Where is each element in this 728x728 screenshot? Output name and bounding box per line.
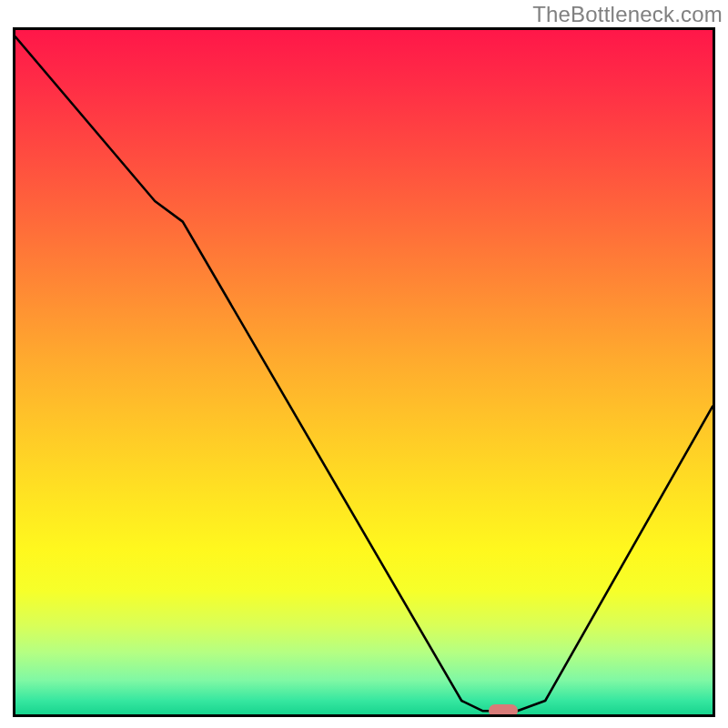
watermark-text: TheBottleneck.com (532, 2, 723, 27)
plot-frame (13, 27, 715, 717)
chart-container: TheBottleneck.com (0, 0, 728, 728)
curve-path (15, 37, 713, 712)
bottleneck-curve (15, 30, 713, 714)
optimal-marker (489, 704, 518, 717)
